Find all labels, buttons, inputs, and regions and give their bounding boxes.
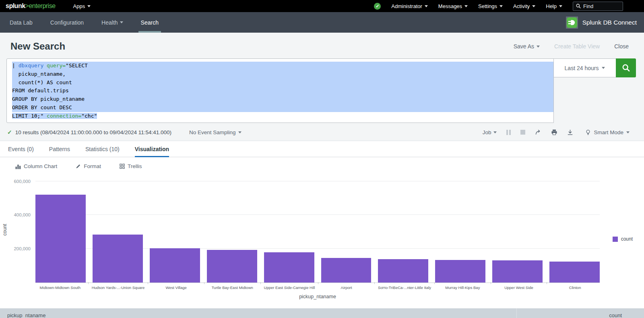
find-search-input[interactable] [583,3,619,9]
tab-visualization[interactable]: Visualization [135,141,169,157]
activity-menu[interactable]: Activity [513,3,535,9]
pause-job-button[interactable] [506,130,511,135]
help-menu[interactable]: Help [546,3,562,9]
query-line: | dbxquery query="SELECT [12,62,553,70]
create-table-view-label: Create Table View [554,43,600,50]
nav-item-health[interactable]: Health [100,12,124,33]
job-status-bar: 10 results (08/04/2024 11:00:00.000 to 0… [0,123,644,141]
save-as-button[interactable]: Save As [514,43,540,50]
save-as-label: Save As [514,43,534,50]
tab-statistics-label: Statistics (10) [85,146,120,152]
chart-bars [35,177,600,283]
results-tabs: Events (0) Patterns Statistics (10) Visu… [0,141,644,157]
x-category-label: Turtle Bay-East Midtown [208,285,257,290]
time-range-picker[interactable]: Last 24 hours [553,58,616,77]
format-button[interactable]: Format [76,163,101,169]
stop-icon [520,130,525,135]
visualization-toolbar: Column Chart Format Trellis [0,157,644,169]
query-line: FROM default.trips [12,87,553,95]
job-menu-label: Job [483,129,491,135]
chevron-down-icon [626,131,630,133]
run-search-button[interactable] [616,58,636,77]
close-button[interactable]: Close [614,43,629,50]
event-sampling-menu[interactable]: No Event Sampling [189,129,242,135]
chevron-down-icon [464,5,468,7]
bar-7[interactable] [435,260,485,283]
nav-item-configuration[interactable]: Configuration [49,12,85,33]
print-button[interactable] [551,129,557,135]
export-download-button[interactable] [567,129,573,135]
search-mode-menu[interactable]: Smart Mode [585,129,630,135]
logo-splunk-text: splunk [6,2,25,9]
tab-visualization-label: Visualization [135,146,169,152]
search-icon [576,4,581,8]
health-status-ok-icon[interactable] [374,3,381,10]
y-tick-label: 400,000 [14,212,31,217]
nav-item-data-lab[interactable]: Data Lab [8,12,34,33]
x-category-label: Airport [322,285,371,290]
search-icon [622,64,630,72]
tab-events[interactable]: Events (0) [8,141,34,157]
bar-5[interactable] [321,258,372,283]
bar-0[interactable] [35,195,86,283]
chevron-down-icon [559,5,562,7]
query-line: LIMIT 10;" connection="chc" [12,112,553,121]
top-bar: splunk>enterprise Apps Administrator Mes… [0,0,644,12]
search-query-input[interactable]: | dbxquery query="SELECT pickup_ntaname,… [6,58,554,123]
bar-1[interactable] [93,235,143,283]
y-tick-label: 600,000 [14,179,31,184]
search-bar-row: | dbxquery query="SELECT pickup_ntaname,… [0,58,644,123]
nav-item-search[interactable]: Search [139,12,160,33]
statistics-table-header: pickup_ntaname count [0,308,644,318]
settings-menu[interactable]: Settings [478,3,503,9]
stop-job-button[interactable] [520,130,525,135]
create-table-view-button[interactable]: Create Table View [554,43,600,50]
share-job-button[interactable] [535,129,541,135]
bar-3[interactable] [207,250,257,283]
find-search-box[interactable] [573,2,623,11]
administrator-menu[interactable]: Administrator [391,3,428,9]
chevron-down-icon [493,131,497,133]
spl-command: dbxquery [19,62,44,69]
chart-xlabels: Midtown-Midtown SouthHudson Yards-...-Un… [35,285,600,290]
column-header-count[interactable]: count [517,308,644,318]
job-menu[interactable]: Job [483,129,497,135]
pencil-icon [76,164,81,169]
bar-9[interactable] [549,262,600,283]
logo-enterprise-text: >enterprise [25,2,56,9]
trellis-grid-icon [120,164,125,169]
app-identity[interactable]: Splunk DB Connect [566,12,644,33]
format-label: Format [84,163,101,169]
app-nav-bar: Data Lab Configuration Health Search Spl… [0,12,644,33]
bar-4[interactable] [264,252,314,283]
messages-menu[interactable]: Messages [438,3,468,9]
chart-plot: count 200,000400,000600,000 [35,177,600,283]
tab-patterns[interactable]: Patterns [49,141,70,157]
column-chart-icon [15,164,21,169]
search-header-region: New Search Save As Create Table View Clo… [0,33,644,141]
splunk-enterprise-logo[interactable]: splunk>enterprise [6,2,56,10]
chart-type-picker[interactable]: Column Chart [15,163,57,169]
x-category-label: Midtown-Midtown South [35,285,85,290]
settings-menu-label: Settings [478,3,497,9]
app-name: Splunk DB Connect [582,19,637,26]
tab-statistics[interactable]: Statistics (10) [85,141,120,157]
bar-6[interactable] [378,259,428,283]
x-category-label: Upper East Side-Carnegie Hill [264,285,315,290]
trellis-button[interactable]: Trellis [120,163,142,169]
apps-menu[interactable]: Apps [73,3,91,9]
x-category-label: Murray Hill-Kips Bay [438,285,487,290]
bar-8[interactable] [492,260,543,283]
column-header-pickup-ntaname[interactable]: pickup_ntaname [0,308,516,318]
query-line: GROUP BY pickup_ntaname [12,95,553,104]
x-category-label: SoHo-TriBeCa-...nter-Little Italy [378,285,431,290]
x-category-label: Upper West Side [494,285,544,290]
nav-label-search: Search [141,19,159,26]
nav-label-data-lab: Data Lab [10,19,33,26]
close-label: Close [614,43,629,50]
apps-menu-label: Apps [73,3,85,9]
x-axis-title: pickup_ntaname [35,294,600,299]
bar-2[interactable] [150,248,200,283]
chevron-down-icon [238,131,242,133]
chevron-down-icon [537,46,540,48]
